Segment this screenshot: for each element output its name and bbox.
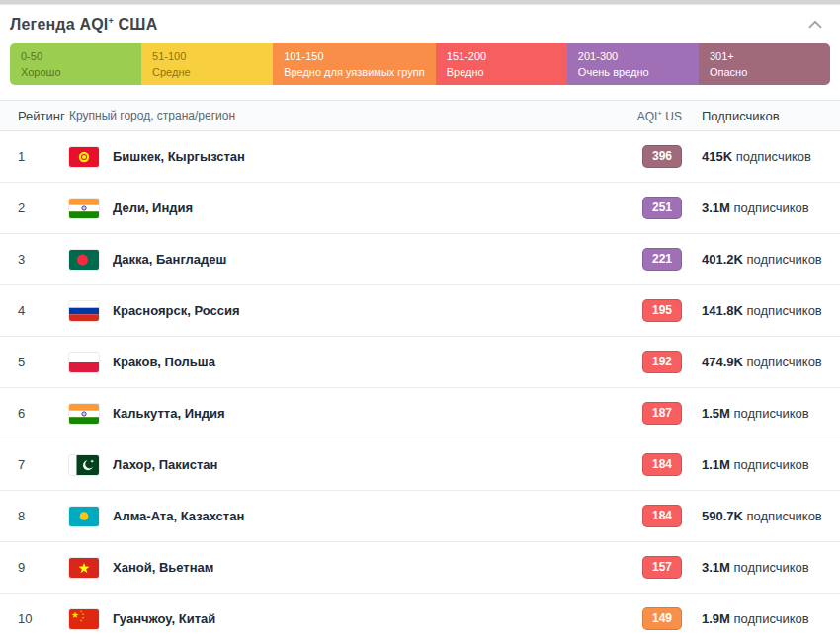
legend-range: 0-50: [21, 49, 130, 63]
table-row[interactable]: 4Красноярск, Россия195141.8K подписчиков: [0, 285, 840, 337]
aqi-badge: 251: [642, 197, 682, 219]
legend-range: 151-200: [447, 49, 556, 63]
followers-count: 590.7K: [702, 509, 743, 523]
india-flag-icon: [69, 404, 99, 424]
city-cell: Бишкек, Кыргызстан: [69, 147, 603, 167]
poland-flag-icon: [69, 353, 99, 372]
russia-flag-icon: [69, 301, 99, 321]
city-name: Ханой, Вьетнам: [113, 560, 213, 575]
table-row[interactable]: 1Бишкек, Кыргызстан396415K подписчиков: [0, 131, 840, 183]
rank-value: 1: [18, 149, 69, 164]
bangladesh-flag-icon: [69, 250, 99, 270]
city-name: Бишкек, Кыргызстан: [113, 149, 245, 164]
legend-label: Вредно для уязвимых групп: [284, 65, 425, 79]
followers-cell: 1.1M подписчиков: [682, 457, 830, 472]
followers-cell: 3.1M подписчиков: [682, 200, 830, 215]
city-name: Калькутта, Индия: [113, 406, 225, 421]
rank-column-header: Рейтинг: [18, 109, 69, 123]
followers-label: подписчиков: [730, 560, 809, 575]
followers-cell: 1.9M подписчиков: [682, 611, 830, 626]
city-cell: Алма-Ата, Казахстан: [69, 507, 603, 526]
aqi-badge: 184: [642, 453, 682, 476]
legend-label: Опасно: [710, 65, 819, 79]
city-name: Дели, Индия: [113, 200, 193, 215]
legend-label: Очень вредно: [578, 65, 688, 79]
followers-cell: 415K подписчиков: [682, 149, 830, 164]
followers-label: подписчиков: [730, 457, 809, 472]
followers-label: подписчиков: [743, 509, 822, 523]
collapse-legend-button[interactable]: [804, 14, 826, 36]
rank-value: 9: [18, 560, 69, 575]
aqi-badge: 396: [642, 145, 682, 168]
table-row[interactable]: 9Ханой, Вьетнам1573.1M подписчиков: [0, 542, 840, 594]
followers-label: подписчиков: [743, 252, 822, 267]
followers-cell: 3.1M подписчиков: [682, 560, 830, 575]
table-body: 1Бишкек, Кыргызстан396415K подписчиков2Д…: [0, 131, 840, 639]
table-row[interactable]: 2Дели, Индия2513.1M подписчиков: [0, 183, 840, 234]
aqi-cell: 184: [642, 505, 682, 527]
table-header-row: Рейтинг Крупный город, страна/регион AQI…: [0, 100, 840, 131]
city-name: Дакка, Бангладеш: [113, 252, 226, 267]
followers-count: 1.1M: [702, 457, 730, 472]
legend-label: Средне: [152, 65, 262, 79]
followers-count: 401.2K: [702, 252, 743, 267]
india-flag-icon: [69, 199, 99, 218]
aqi-cell: 195: [642, 299, 682, 322]
followers-label: подписчиков: [730, 611, 809, 626]
aqi-cell: 184: [642, 453, 682, 476]
aqi-cell: 251: [642, 197, 682, 219]
table-row[interactable]: 5Краков, Польша192474.9K подписчиков: [0, 337, 840, 388]
table-row[interactable]: 10Гуанчжоу, Китай1491.9M подписчиков: [0, 594, 840, 639]
followers-cell: 474.9K подписчиков: [682, 355, 830, 369]
aqi-badge: 195: [642, 299, 682, 322]
pakistan-flag-icon: [69, 455, 99, 475]
followers-cell: 1.5M подписчиков: [682, 406, 830, 421]
aqi-column-header: AQI+ US: [637, 109, 682, 123]
legend-header: Легенда AQI+ США: [0, 5, 840, 43]
chevron-up-icon: [804, 14, 826, 36]
city-cell: Дели, Индия: [69, 199, 603, 218]
aqi-cell: 192: [642, 351, 682, 373]
city-column-header: Крупный город, страна/регион: [69, 109, 603, 122]
table-row[interactable]: 8Алма-Ата, Казахстан184590.7K подписчико…: [0, 491, 840, 542]
kazakhstan-flag-icon: [69, 507, 99, 526]
city-cell: Краков, Польша: [69, 353, 603, 372]
legend-segment-4: 151-200Вредно: [436, 43, 567, 85]
city-cell: Красноярск, Россия: [69, 301, 603, 321]
rank-value: 10: [18, 611, 69, 626]
aqi-cell: 396: [642, 145, 682, 168]
legend-segment-2: 51-100Средне: [141, 43, 273, 85]
city-name: Красноярск, Россия: [113, 303, 240, 318]
city-cell: Ханой, Вьетнам: [69, 558, 603, 578]
city-cell: Дакка, Бангладеш: [69, 250, 603, 270]
followers-cell: 401.2K подписчиков: [682, 252, 830, 267]
vietnam-flag-icon: [69, 558, 99, 578]
table-row[interactable]: 6Калькутта, Индия1871.5M подписчиков: [0, 388, 840, 439]
table-row[interactable]: 7Лахор, Пакистан1841.1M подписчиков: [0, 439, 840, 491]
followers-label: подписчиков: [743, 355, 822, 369]
aqi-cell: 157: [642, 556, 682, 579]
city-cell: Калькутта, Индия: [69, 404, 603, 424]
followers-label: подписчиков: [730, 200, 809, 215]
aqi-badge: 187: [642, 402, 682, 425]
aqi-cell: 149: [642, 607, 682, 630]
table-row[interactable]: 3Дакка, Бангладеш221401.2K подписчиков: [0, 234, 840, 285]
city-cell: Гуанчжоу, Китай: [69, 609, 603, 629]
followers-count: 1.9M: [702, 611, 730, 626]
aqi-badge: 149: [642, 607, 682, 630]
china-flag-icon: [69, 609, 99, 629]
followers-count: 474.9K: [702, 355, 743, 369]
followers-count: 3.1M: [702, 200, 730, 215]
legend-range: 51-100: [152, 49, 262, 63]
legend-label: Вредно: [447, 65, 556, 79]
followers-count: 1.5M: [702, 406, 730, 421]
aqi-cell: 187: [642, 402, 682, 425]
city-name: Лахор, Пакистан: [113, 457, 217, 472]
rank-value: 4: [18, 303, 69, 318]
followers-label: подписчиков: [743, 303, 822, 318]
kyrgyzstan-flag-icon: [69, 147, 99, 167]
followers-count: 415K: [702, 149, 732, 164]
rank-value: 8: [18, 509, 69, 523]
rank-value: 7: [18, 457, 69, 472]
legend-title: Легенда AQI+ США: [10, 16, 157, 34]
